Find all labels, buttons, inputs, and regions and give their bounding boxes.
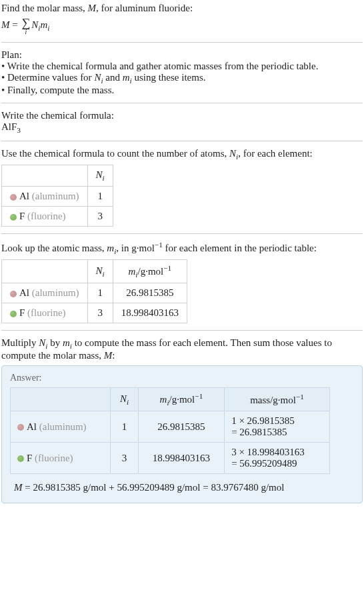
- f-m: 18.998403163: [138, 443, 224, 474]
- f-mass: 3 × 18.998403163 = 56.995209489: [225, 443, 330, 474]
- fluorine-dot-icon: [17, 455, 24, 462]
- f-gray: (fluorine): [25, 211, 65, 221]
- plan-bullet-1: • Write the chemical formula and gather …: [1, 61, 363, 72]
- mi-header: mi/g·mol−1: [113, 260, 187, 283]
- mass-label: mass/g·mol: [250, 395, 296, 405]
- f-gray: (fluorine): [32, 453, 73, 463]
- plan-b2-post: using these items.: [132, 72, 206, 83]
- mass-neg1: −1: [296, 393, 304, 401]
- divider: [1, 330, 363, 331]
- divider: [1, 141, 363, 141]
- al-label: Al: [19, 191, 29, 201]
- mass-pre: Look up the atomic mass,: [1, 243, 107, 253]
- aluminum-dot-icon: [10, 194, 17, 201]
- table-row: Ni: [2, 165, 113, 187]
- chem-Al: Al: [1, 121, 11, 132]
- plan-heading: Plan:: [1, 49, 363, 61]
- mi-unit: /g·mol: [137, 266, 163, 277]
- mass-header: mass/g·mol−1: [225, 388, 330, 411]
- mass-neg1: −1: [155, 241, 163, 249]
- al-label: Al: [19, 287, 29, 298]
- table-row: F (fluorine) 3 18.998403163: [2, 303, 187, 323]
- f-n: 3: [87, 303, 113, 323]
- table-row: Al (aluminum) 1 26.9815385: [2, 283, 187, 303]
- plan-b2-mid: and: [103, 72, 123, 83]
- mult-post: :: [112, 350, 115, 361]
- mass-post: for each element in the periodic table:: [163, 243, 317, 253]
- mass-m: m: [107, 243, 114, 253]
- mult-Mvar: M: [104, 350, 113, 361]
- plan-section: Plan: • Write the chemical formula and g…: [1, 49, 363, 96]
- al-m: 26.9815385: [113, 283, 187, 303]
- mult-pre: Multiply: [1, 337, 39, 348]
- al-cell: Al (aluminum): [2, 283, 88, 303]
- mass-heading: Look up the atomic mass, mi, in g·mol−1 …: [1, 241, 363, 255]
- final-rest: = 26.9815385 g/mol + 56.995209489 g/mol …: [23, 482, 285, 493]
- eq-i2: i: [47, 24, 49, 32]
- answer-box: Answer: Ni mi/g·mol−1 mass/g·mol−1 Al (a…: [1, 365, 363, 503]
- atom-count-table: Ni Al (aluminum) 1 F (fluorine) 3: [1, 165, 113, 227]
- plan-bullet-3: • Finally, compute the mass.: [1, 85, 363, 96]
- mult-N: N: [39, 337, 45, 348]
- plan-b2-pre: • Determine values for: [1, 72, 94, 83]
- al-count: 1: [87, 187, 113, 207]
- mi-m: m: [128, 266, 135, 277]
- f-m: 18.998403163: [113, 303, 187, 323]
- sigma-icon: ∑i: [21, 17, 30, 35]
- ni-header: Ni: [87, 260, 113, 283]
- intro-heading: Find the molar mass, M, for aluminum flu…: [1, 3, 363, 14]
- empty-header: [2, 165, 88, 187]
- ni-header: Ni: [111, 388, 138, 411]
- f-mass-1: 3 × 18.998403163: [231, 447, 323, 458]
- fluorine-dot-icon: [10, 214, 17, 221]
- chem-sub3: 3: [17, 126, 21, 134]
- ni-i: i: [103, 270, 105, 278]
- f-gray: (fluorine): [25, 307, 65, 318]
- aluminum-dot-icon: [10, 291, 17, 297]
- mi-header: mi/g·mol−1: [138, 388, 224, 411]
- final-M-var: M: [14, 482, 23, 493]
- ni-header: Ni: [87, 165, 113, 187]
- ni-N: N: [96, 265, 103, 276]
- ni-i: i: [127, 398, 129, 406]
- chem-formula: AlF3: [1, 121, 363, 134]
- table-row: Ni mi/g·mol−1: [2, 260, 187, 283]
- eq-N: N: [31, 19, 38, 30]
- final-molar-mass: M = 26.9815385 g/mol + 56.995209489 g/mo…: [10, 482, 354, 493]
- empty-header: [2, 260, 88, 283]
- count-post: , for each element:: [238, 148, 313, 159]
- table-row: Al (aluminum) 1: [2, 187, 113, 207]
- plan-b2-N: N: [94, 72, 101, 83]
- plan-bullet-2: • Determine values for Ni and mi using t…: [1, 72, 363, 85]
- al-gray: (aluminum): [29, 191, 79, 201]
- al-mass-2: = 26.9815385: [231, 427, 323, 438]
- sigma-lower: i: [25, 29, 27, 35]
- ni-N: N: [120, 393, 127, 404]
- atomic-mass-table: Ni mi/g·mol−1 Al (aluminum) 1 26.9815385…: [1, 259, 187, 323]
- table-row: F (fluorine) 3: [2, 207, 113, 227]
- ni-i: i: [103, 174, 105, 182]
- f-mass-2: = 56.995209489: [231, 458, 323, 469]
- al-label: Al: [27, 421, 37, 432]
- al-cell: Al (aluminum): [11, 411, 111, 443]
- aluminum-dot-icon: [17, 424, 24, 431]
- multiply-heading: Multiply Ni by mi to compute the mass fo…: [1, 337, 363, 361]
- mi-unit: /g·mol: [169, 394, 195, 405]
- table-row: F (fluorine) 3 18.998403163 3 × 18.99840…: [11, 443, 330, 474]
- mi-neg1: −1: [163, 264, 171, 272]
- al-gray: (aluminum): [37, 421, 87, 432]
- answer-table: Ni mi/g·mol−1 mass/g·mol−1 Al (aluminum)…: [10, 387, 330, 474]
- mass-section: Look up the atomic mass, mi, in g·mol−1 …: [1, 241, 363, 323]
- count-pre: Use the chemical formula to count the nu…: [1, 148, 229, 159]
- eq-equals: =: [10, 19, 21, 30]
- divider: [1, 103, 363, 103]
- fluorine-dot-icon: [10, 311, 17, 317]
- table-row: Ni mi/g·mol−1 mass/g·mol−1: [11, 388, 330, 411]
- f-cell: F (fluorine): [2, 303, 88, 323]
- al-cell: Al (aluminum): [2, 187, 88, 207]
- f-cell: F (fluorine): [2, 207, 88, 227]
- answer-label: Answer:: [10, 373, 354, 383]
- al-n: 1: [111, 411, 138, 443]
- intro-text-pre: Find the molar mass,: [1, 3, 88, 13]
- table-row: Al (aluminum) 1 26.9815385 1 × 26.981538…: [11, 411, 330, 443]
